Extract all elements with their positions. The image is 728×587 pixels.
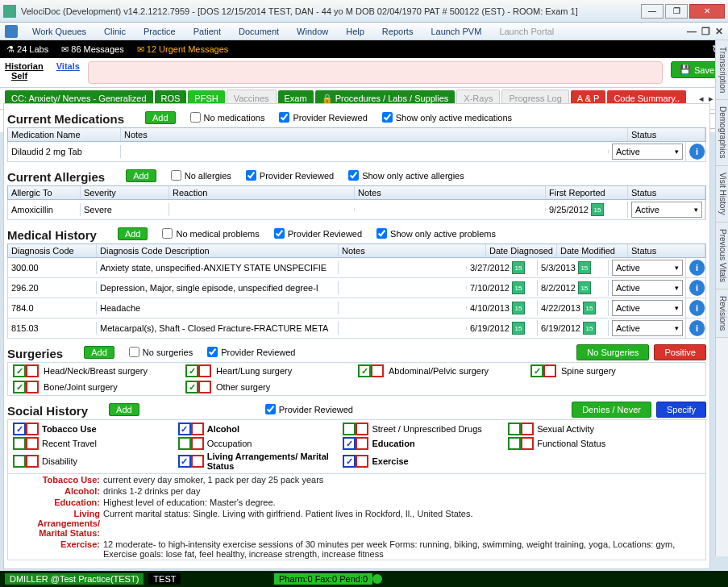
calendar-icon[interactable]: [578, 261, 591, 274]
no-allergies-checkbox[interactable]: No allergies: [171, 170, 231, 181]
sidetab-revisions[interactable]: Revisions: [716, 289, 728, 338]
menu-help[interactable]: Help: [338, 25, 372, 38]
calendar-icon[interactable]: [512, 261, 525, 274]
messages-link[interactable]: ✉ 86 Messages: [61, 44, 124, 55]
col-first-reported[interactable]: First Reported: [546, 186, 628, 199]
mdi-close-icon[interactable]: ✕: [715, 26, 723, 37]
menu-work-queues[interactable]: Work Queues: [24, 25, 94, 38]
surgery-toggle[interactable]: [13, 381, 39, 393]
col-reaction[interactable]: Reaction: [169, 186, 355, 199]
sidetab-demographics[interactable]: Demographics: [716, 100, 728, 165]
date-diagnosed[interactable]: 4/10/2013: [470, 303, 510, 313]
sidetab-previous-vitals[interactable]: Previous Vitals: [716, 223, 728, 289]
calendar-icon[interactable]: [578, 281, 591, 294]
meds-provider-reviewed-checkbox[interactable]: Provider Reviewed: [279, 112, 367, 123]
show-active-meds-checkbox[interactable]: Show only active medications: [382, 112, 512, 123]
add-history-button[interactable]: Add: [118, 227, 148, 240]
dx-status-dropdown[interactable]: Active: [612, 300, 683, 316]
date-modified[interactable]: 4/22/2013: [541, 303, 580, 313]
tabs-prev-icon[interactable]: ◂: [699, 94, 704, 104]
specify-button[interactable]: Specify: [656, 402, 706, 418]
date-diagnosed[interactable]: 7/10/2012: [470, 283, 510, 293]
menu-patient[interactable]: Patient: [185, 25, 229, 38]
urgent-messages-link[interactable]: ✉ 12 Urgent Messages: [137, 44, 229, 55]
no-surgeries-button[interactable]: No Surgeries: [576, 344, 649, 360]
calendar-icon[interactable]: [512, 281, 525, 294]
denies-never-button[interactable]: Denies / Never: [572, 402, 651, 418]
col-dx-status[interactable]: Status: [628, 244, 705, 257]
social-toggle[interactable]: [343, 455, 368, 468]
date-diagnosed[interactable]: 6/19/2012: [470, 323, 510, 333]
menu-window[interactable]: Window: [289, 25, 336, 38]
social-toggle[interactable]: [178, 455, 204, 468]
col-dx-desc[interactable]: Diagnosis Code Description: [97, 244, 339, 257]
allergy-status-dropdown[interactable]: Active: [631, 202, 702, 218]
add-surgery-button[interactable]: Add: [84, 346, 114, 359]
table-row[interactable]: Amoxicillin Severe 9/25/2012 Active: [7, 200, 706, 220]
social-toggle[interactable]: [343, 437, 368, 450]
table-row[interactable]: 784.0 Headache 4/10/2013 4/22/2013 Activ…: [7, 298, 706, 318]
col-dx-code[interactable]: Diagnosis Code: [8, 244, 97, 257]
col-allergy-status[interactable]: Status: [628, 186, 705, 199]
col-severity[interactable]: Severity: [81, 186, 169, 199]
add-allergy-button[interactable]: Add: [126, 169, 156, 182]
close-button[interactable]: ✕: [689, 4, 725, 19]
menu-launch-pvm[interactable]: Launch PVM: [422, 25, 489, 38]
col-date-diagnosed[interactable]: Date Diagnosed: [486, 244, 557, 257]
calendar-icon[interactable]: [583, 322, 596, 335]
col-med-name[interactable]: Medication Name: [8, 128, 121, 141]
sidetab-transcription[interactable]: Transcription: [716, 40, 728, 100]
social-toggle[interactable]: [13, 455, 39, 468]
menu-practice[interactable]: Practice: [135, 25, 184, 38]
social-provider-reviewed-checkbox[interactable]: Provider Reviewed: [265, 404, 353, 414]
info-icon[interactable]: i: [689, 320, 705, 336]
mdi-minimize-icon[interactable]: —: [687, 26, 697, 37]
calendar-icon[interactable]: [512, 302, 525, 314]
surgery-toggle[interactable]: [530, 364, 556, 377]
info-icon[interactable]: i: [689, 300, 705, 316]
minimize-button[interactable]: —: [641, 4, 664, 19]
vitals-link[interactable]: Vitals: [56, 61, 80, 71]
self-link[interactable]: Self: [11, 71, 44, 81]
surgery-toggle[interactable]: [13, 364, 39, 377]
date-diagnosed[interactable]: 3/27/2012: [470, 263, 510, 273]
surgery-toggle[interactable]: [358, 364, 384, 377]
surgery-toggle[interactable]: [185, 364, 211, 377]
table-row[interactable]: 815.03 Metacarpal(s), Shaft - Closed Fra…: [7, 318, 706, 339]
calendar-icon[interactable]: [591, 203, 604, 216]
social-toggle[interactable]: [508, 437, 534, 450]
calendar-icon[interactable]: [512, 322, 525, 335]
table-row[interactable]: 296.20 Depression, Major, single episode…: [7, 278, 706, 298]
menu-clinic[interactable]: Clinic: [96, 25, 134, 38]
social-toggle[interactable]: [178, 423, 204, 435]
social-toggle[interactable]: [508, 423, 534, 435]
no-surgeries-checkbox[interactable]: No surgeries: [129, 347, 193, 357]
history-provider-reviewed-checkbox[interactable]: Provider Reviewed: [274, 228, 362, 239]
positive-button[interactable]: Positive: [654, 344, 706, 360]
allergies-provider-reviewed-checkbox[interactable]: Provider Reviewed: [246, 170, 334, 181]
mdi-restore-icon[interactable]: ❐: [701, 26, 710, 37]
first-reported-date[interactable]: 9/25/2012: [549, 205, 589, 214]
social-toggle[interactable]: [343, 423, 368, 435]
maximize-button[interactable]: ❐: [665, 4, 688, 19]
info-icon[interactable]: i: [689, 260, 705, 276]
dx-status-dropdown[interactable]: Active: [612, 280, 683, 296]
social-toggle[interactable]: [13, 423, 39, 435]
info-icon[interactable]: i: [689, 144, 705, 160]
show-active-problems-checkbox[interactable]: Show only active problems: [376, 228, 496, 239]
col-date-modified[interactable]: Date Modified: [557, 244, 628, 257]
social-toggle[interactable]: [178, 437, 204, 450]
dx-status-dropdown[interactable]: Active: [612, 320, 683, 336]
social-toggle[interactable]: [13, 437, 39, 450]
add-social-button[interactable]: Add: [109, 403, 139, 416]
col-allergic-to[interactable]: Allergic To: [8, 186, 81, 199]
dx-status-dropdown[interactable]: Active: [612, 260, 683, 276]
show-active-allergies-checkbox[interactable]: Show only active allergies: [348, 170, 464, 181]
date-modified[interactable]: 5/3/2013: [541, 263, 576, 273]
menu-document[interactable]: Document: [231, 25, 287, 38]
labs-link[interactable]: ⚗ 24 Labs: [6, 44, 48, 55]
col-med-status[interactable]: Status: [628, 128, 705, 141]
sidetab-visit-history[interactable]: Visit History: [716, 166, 728, 223]
surgeries-provider-reviewed-checkbox[interactable]: Provider Reviewed: [207, 347, 295, 357]
menu-reports[interactable]: Reports: [374, 25, 422, 38]
